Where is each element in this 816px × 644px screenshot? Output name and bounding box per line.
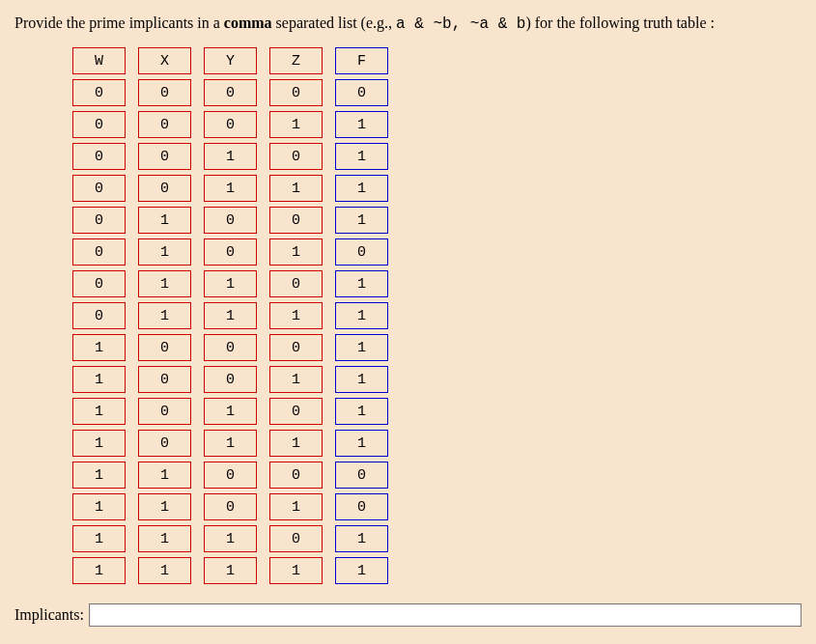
table-row: 00111 — [72, 175, 802, 202]
table-cell: 1 — [72, 334, 126, 361]
table-cell: 1 — [335, 207, 388, 234]
table-cell: 0 — [138, 111, 191, 138]
question-prompt: Provide the prime implicants in a comma … — [14, 14, 802, 33]
table-cell: 0 — [138, 430, 191, 457]
table-cell: 0 — [269, 143, 323, 170]
table-cell: 1 — [335, 398, 388, 425]
table-header-cell: Y — [204, 47, 257, 74]
table-cell: 0 — [204, 238, 257, 266]
table-cell: 1 — [269, 430, 323, 457]
table-row: 11010 — [72, 493, 802, 520]
table-cell: 1 — [335, 366, 388, 393]
implicants-input[interactable] — [89, 603, 802, 627]
table-cell: 1 — [269, 238, 323, 266]
table-cell: 1 — [335, 175, 388, 202]
table-cell: 1 — [335, 334, 388, 361]
table-header-cell: Z — [269, 47, 323, 74]
table-cell: 1 — [138, 557, 191, 584]
table-cell: 1 — [138, 493, 191, 520]
table-cell: 1 — [335, 143, 388, 170]
table-cell: 0 — [138, 334, 191, 361]
table-cell: 1 — [335, 270, 388, 297]
table-cell: 0 — [204, 462, 257, 489]
table-row: 10101 — [72, 398, 802, 425]
table-cell: 0 — [269, 270, 323, 297]
table-cell: 1 — [335, 557, 388, 584]
table-row: 01010 — [72, 238, 802, 266]
table-row: 10001 — [72, 334, 802, 361]
table-row: 11000 — [72, 462, 802, 489]
table-cell: 0 — [72, 270, 126, 297]
table-cell: 1 — [138, 302, 191, 329]
table-cell: 0 — [204, 79, 257, 106]
table-cell: 1 — [72, 525, 126, 552]
table-cell: 0 — [269, 525, 323, 552]
table-cell: 0 — [335, 493, 388, 520]
table-cell: 0 — [138, 175, 191, 202]
table-cell: 1 — [335, 302, 388, 329]
table-cell: 1 — [269, 366, 323, 393]
table-cell: 0 — [335, 79, 388, 106]
table-cell: 0 — [72, 302, 126, 329]
prompt-example: a & ~b, ~a & b — [396, 15, 525, 33]
table-cell: 0 — [269, 462, 323, 489]
table-cell: 0 — [72, 143, 126, 170]
table-cell: 1 — [72, 493, 126, 520]
table-cell: 0 — [204, 111, 257, 138]
table-cell: 1 — [72, 366, 126, 393]
table-cell: 1 — [72, 557, 126, 584]
table-cell: 0 — [72, 111, 126, 138]
table-header-cell: W — [72, 47, 126, 74]
table-cell: 0 — [335, 462, 388, 489]
table-cell: 1 — [204, 430, 257, 457]
table-cell: 1 — [72, 462, 126, 489]
table-row: 11101 — [72, 525, 802, 552]
table-row: 00011 — [72, 111, 802, 138]
table-cell: 1 — [269, 111, 323, 138]
table-row: 10011 — [72, 366, 802, 393]
table-cell: 1 — [138, 207, 191, 234]
prompt-suffix: ) for the following truth table : — [525, 14, 715, 31]
table-cell: 1 — [138, 270, 191, 297]
table-row: 10111 — [72, 430, 802, 457]
prompt-prefix: Provide the prime implicants in a — [14, 14, 224, 31]
table-cell: 1 — [204, 525, 257, 552]
table-cell: 1 — [269, 557, 323, 584]
table-cell: 0 — [72, 207, 126, 234]
table-cell: 1 — [269, 175, 323, 202]
table-cell: 1 — [204, 175, 257, 202]
table-cell: 0 — [72, 175, 126, 202]
prompt-bold: comma — [224, 14, 272, 31]
table-cell: 1 — [335, 111, 388, 138]
table-cell: 0 — [204, 366, 257, 393]
table-row: 01101 — [72, 270, 802, 297]
table-cell: 1 — [269, 302, 323, 329]
table-header-cell: F — [335, 47, 388, 74]
table-cell: 0 — [204, 334, 257, 361]
table-cell: 1 — [204, 302, 257, 329]
truth-table: WXYZF00000000110010100111010010101001101… — [72, 47, 802, 584]
table-row: 11111 — [72, 557, 802, 584]
table-cell: 1 — [335, 525, 388, 552]
table-cell: 0 — [269, 207, 323, 234]
table-cell: 1 — [72, 398, 126, 425]
table-cell: 0 — [335, 238, 388, 266]
table-row: 01001 — [72, 207, 802, 234]
table-cell: 0 — [204, 493, 257, 520]
table-cell: 1 — [138, 462, 191, 489]
table-row: 01111 — [72, 302, 802, 329]
table-header-row: WXYZF — [72, 47, 802, 74]
table-cell: 0 — [269, 398, 323, 425]
table-cell: 1 — [269, 493, 323, 520]
table-row: 00101 — [72, 143, 802, 170]
prompt-mid: separated list (e.g., — [272, 14, 396, 31]
table-cell: 0 — [204, 207, 257, 234]
table-header-cell: X — [138, 47, 191, 74]
table-cell: 1 — [335, 430, 388, 457]
table-row: 00000 — [72, 79, 802, 106]
table-cell: 1 — [204, 398, 257, 425]
table-cell: 1 — [72, 430, 126, 457]
table-cell: 1 — [138, 238, 191, 266]
table-cell: 0 — [138, 143, 191, 170]
table-cell: 0 — [269, 79, 323, 106]
